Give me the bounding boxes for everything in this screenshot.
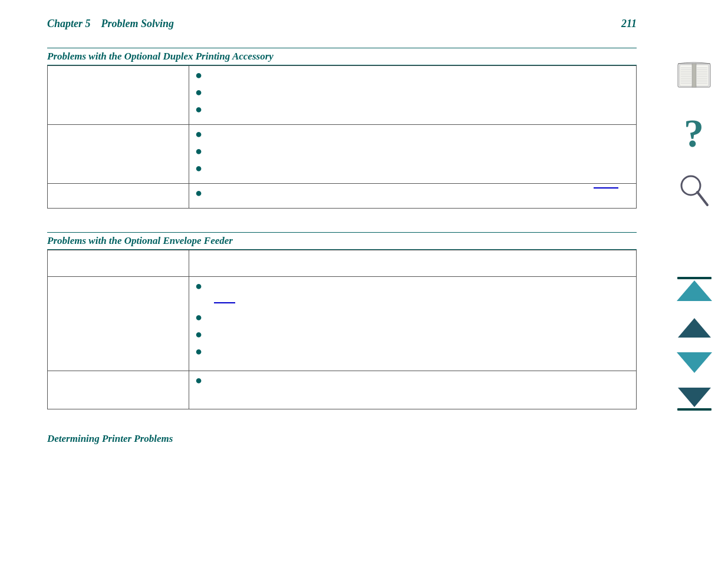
table-row: ● ● ● (48, 125, 637, 184)
table-cell-left (48, 371, 189, 409)
hyperlink[interactable] (594, 187, 618, 189)
bullet-item: ● (195, 312, 630, 324)
chapter-heading: Chapter 5 Problem Solving (47, 18, 174, 30)
section2-title: Problems with the Optional Envelope Feed… (47, 235, 233, 246)
section1-title-wrapper: Problems with the Optional Duplex Printi… (47, 48, 637, 65)
table-cell-right: ● ● ● (189, 66, 637, 125)
section-duplex: Problems with the Optional Duplex Printi… (47, 48, 637, 209)
page-number: 211 (621, 18, 637, 30)
table-row: ● ● ● (48, 66, 637, 125)
bullet-dot: ● (195, 161, 202, 175)
next-page-button[interactable] (677, 352, 712, 373)
section1-title: Problems with the Optional Duplex Printi… (47, 51, 274, 62)
bullet-item: ● (195, 163, 630, 175)
page-header: Chapter 5 Problem Solving 211 (47, 18, 637, 30)
bullet-dot: ● (195, 68, 202, 82)
table-row: ● ● ● ● (48, 277, 637, 371)
down-arrow-large (677, 352, 712, 373)
bullet-dot: ● (195, 85, 202, 99)
bullet-dot: ● (195, 127, 202, 141)
svg-line-26 (697, 192, 707, 205)
up-arrow-large (677, 280, 712, 301)
bullet-dot: ● (195, 186, 202, 200)
bullet-item: ● (195, 104, 630, 116)
table-cell-left (48, 184, 189, 209)
section1-table: ● ● ● ● (47, 65, 637, 209)
section2-table: ● ● ● ● (47, 250, 637, 409)
prev-page-button[interactable] (678, 318, 711, 338)
table-row: ● (48, 184, 637, 209)
bullet-item: ● (195, 70, 630, 82)
section-envelope: Problems with the Optional Envelope Feed… (47, 232, 637, 409)
svg-rect-1 (680, 65, 693, 86)
table-cell-right: ● ● ● (189, 125, 637, 184)
bullet-item: ● (195, 187, 630, 200)
footer-title: Determining Printer Problems (47, 433, 637, 445)
bottom-line (677, 408, 711, 411)
magnifier-icon[interactable] (678, 173, 710, 213)
top-line (677, 277, 711, 279)
table-cell-left (48, 277, 189, 371)
sidebar-icons: ? (672, 59, 716, 213)
link-row (212, 297, 630, 307)
last-page-button[interactable] (677, 388, 712, 414)
book-icon[interactable] (675, 59, 713, 94)
bullet-dot: ● (195, 103, 202, 116)
svg-rect-2 (696, 65, 709, 86)
bullet-dot: ● (195, 373, 202, 387)
bullet-item: ● (195, 128, 630, 141)
question-icon[interactable]: ? (678, 111, 710, 155)
table-cell-right (189, 250, 637, 277)
first-page-button[interactable] (677, 277, 712, 303)
table-cell-left (48, 66, 189, 125)
table-cell-right: ● ● ● ● (189, 277, 637, 371)
bullet-dot: ● (195, 279, 202, 293)
svg-rect-23 (692, 64, 696, 87)
nav-arrows (672, 277, 716, 414)
bullet-item: ● (195, 280, 630, 293)
bullet-item: ● (195, 87, 630, 99)
svg-text:?: ? (684, 111, 704, 153)
up-arrow-medium (678, 318, 711, 338)
bullet-dot: ● (195, 328, 202, 341)
bullet-item: ● (195, 146, 630, 158)
bullet-dot: ● (195, 310, 202, 324)
section2-title-wrapper: Problems with the Optional Envelope Feed… (47, 232, 637, 250)
table-cell-right: ● (189, 184, 637, 209)
bullet-item: ● (195, 329, 630, 341)
down-arrow-medium (678, 388, 711, 407)
table-cell-left (48, 250, 189, 277)
table-row (48, 250, 637, 277)
main-content: Chapter 5 Problem Solving 211 Problems w… (47, 18, 637, 445)
hyperlink[interactable] (214, 302, 235, 303)
table-row: ● (48, 371, 637, 409)
bullet-item: ● (195, 375, 630, 387)
bullet-item: ● (195, 346, 630, 358)
bullet-dot: ● (195, 345, 202, 358)
table-cell-right: ● (189, 371, 637, 409)
bullet-dot: ● (195, 144, 202, 158)
table-cell-left (48, 125, 189, 184)
